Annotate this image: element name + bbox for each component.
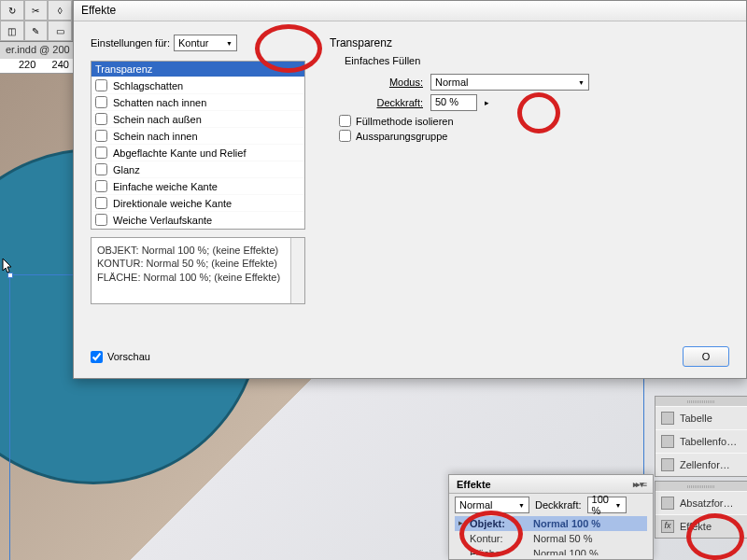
effect-checkbox[interactable] — [95, 147, 107, 159]
effects-list: Transparenz Schlagschatten Schatten nach… — [91, 61, 305, 230]
opacity-label: Deckkraft: — [367, 97, 423, 108]
effects-summary: OBJEKT: Normal 100 %; (keine Effekte) KO… — [91, 237, 305, 304]
tool-button[interactable]: ▭ — [48, 21, 72, 41]
right-panel-stack: Tabelle Tabellenfo… Zellenfor… Absatzfor… — [655, 396, 747, 539]
document-tab[interactable]: er.indd @ 200 — [0, 42, 76, 59]
panel-opacity-label: Deckkraft: — [535, 499, 582, 511]
panel-grip[interactable] — [655, 397, 747, 406]
effect-item-basic-feather[interactable]: Einfache weiche Kante — [92, 178, 304, 195]
isolate-blending-checkbox[interactable] — [339, 115, 351, 127]
opacity-flyout-icon[interactable]: ▸ — [485, 98, 489, 107]
effect-item-gradient-feather[interactable]: Weiche Verlaufskante — [92, 212, 304, 229]
effect-item-directional-feather[interactable]: Direktionale weiche Kante — [92, 195, 304, 212]
panel-opacity-dropdown[interactable]: 100 % — [587, 497, 627, 513]
mode-label: Modus: — [367, 77, 423, 88]
effect-checkbox[interactable] — [95, 197, 107, 209]
ok-button[interactable]: O — [683, 346, 729, 367]
panel-item-object[interactable]: Objekt:Normal 100 % — [455, 516, 647, 531]
effect-checkbox[interactable] — [95, 214, 107, 226]
tool-button[interactable]: ◊ — [48, 0, 72, 21]
panel-button-paragraph-format[interactable]: Absatzfor… — [655, 491, 747, 514]
knockout-group-checkbox[interactable] — [339, 130, 351, 142]
settings-for-label: Einstellungen für: — [91, 37, 170, 49]
panel-item-stroke[interactable]: Kontur:Normal 50 % — [455, 531, 647, 546]
table-icon — [661, 412, 674, 425]
panel-grip[interactable] — [655, 482, 747, 491]
effect-checkbox[interactable] — [95, 130, 107, 142]
panel-item-fill[interactable]: Fläche:Normal 100 % — [455, 546, 647, 555]
fx-icon: fx — [661, 520, 674, 533]
effect-item-drop-shadow[interactable]: Schlagschatten — [92, 77, 304, 94]
effects-panel: Effekte ▸▸ ▾≡ Normal Deckkraft: 100 % Ob… — [448, 474, 654, 560]
effect-checkbox[interactable] — [95, 79, 107, 91]
basic-blend-heading: Einfaches Füllen — [345, 55, 729, 66]
preview-checkbox[interactable] — [91, 351, 103, 363]
tool-button[interactable]: ↻ — [0, 0, 24, 21]
panel-target-list: Objekt:Normal 100 % Kontur:Normal 50 % F… — [449, 516, 653, 555]
table-format-icon — [661, 435, 674, 448]
effect-item-bevel[interactable]: Abgeflachte Kante und Relief — [92, 145, 304, 161]
effect-item-satin[interactable]: Glanz — [92, 161, 304, 178]
effect-checkbox[interactable] — [95, 96, 107, 108]
tool-palette: ↻ ✂ ◊ ◫ ✎ ▭ — [0, 0, 73, 41]
effect-item-transparency[interactable]: Transparenz — [92, 62, 304, 77]
settings-for-dropdown[interactable]: Kontur — [174, 35, 237, 51]
panel-button-table-format[interactable]: Tabellenfo… — [655, 429, 747, 453]
panel-blend-mode-dropdown[interactable]: Normal — [455, 497, 529, 513]
effects-dialog: Effekte Einstellungen für: Kontur Transp… — [73, 0, 747, 379]
panel-button-table[interactable]: Tabelle — [655, 406, 747, 429]
panel-button-effects[interactable]: fxEffekte — [655, 514, 747, 538]
panel-button-cell-format[interactable]: Zellenfor… — [655, 453, 747, 476]
dialog-title: Effekte — [74, 1, 746, 21]
scrollbar[interactable] — [290, 238, 304, 303]
tool-button[interactable]: ✎ — [24, 21, 49, 41]
tool-button[interactable]: ◫ — [0, 21, 24, 41]
effect-checkbox[interactable] — [95, 113, 107, 125]
effects-panel-title[interactable]: Effekte ▸▸ ▾≡ — [449, 475, 653, 494]
effect-item-inner-glow[interactable]: Schein nach innen — [92, 128, 304, 145]
opacity-input[interactable]: 50 % — [430, 94, 477, 111]
tool-button[interactable]: ✂ — [24, 0, 49, 21]
effect-checkbox[interactable] — [95, 180, 107, 192]
effect-item-outer-glow[interactable]: Schein nach außen — [92, 111, 304, 128]
mouse-cursor-icon — [2, 258, 13, 274]
effect-checkbox[interactable] — [95, 163, 107, 175]
cell-format-icon — [661, 458, 674, 471]
transparency-heading: Transparenz — [330, 36, 729, 49]
effect-item-inner-shadow[interactable]: Schatten nach innen — [92, 94, 304, 111]
collapse-icon[interactable]: ▸▸ ▾≡ — [633, 480, 645, 489]
paragraph-icon — [661, 497, 674, 510]
blend-mode-dropdown[interactable]: Normal — [430, 74, 589, 91]
